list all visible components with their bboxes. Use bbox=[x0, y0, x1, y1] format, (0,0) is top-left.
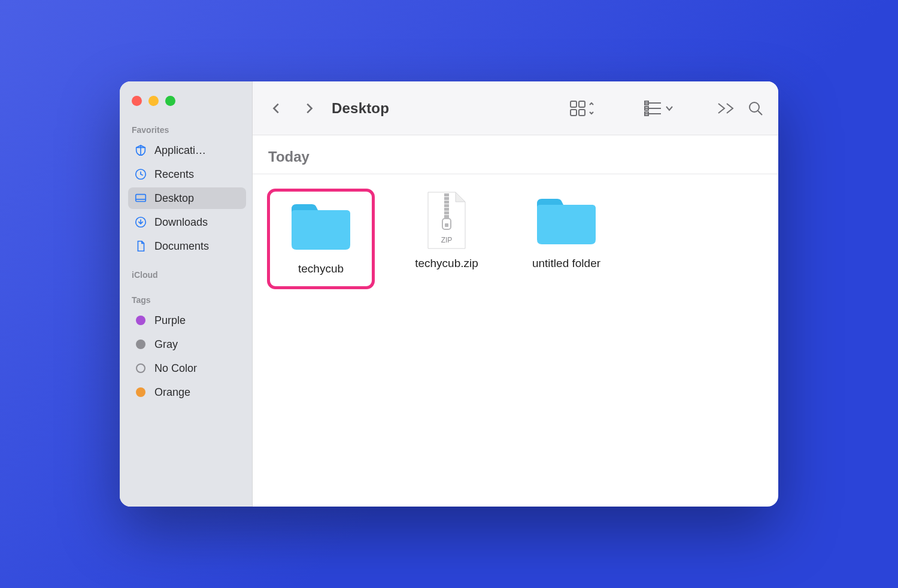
svg-point-13 bbox=[750, 102, 759, 112]
tag-dot-icon bbox=[134, 338, 147, 351]
svg-rect-21 bbox=[444, 215, 449, 218]
folder-icon bbox=[288, 199, 354, 253]
svg-rect-1 bbox=[136, 195, 146, 202]
group-by-button[interactable] bbox=[644, 101, 673, 116]
svg-rect-3 bbox=[571, 101, 577, 107]
sidebar-item-desktop[interactable]: Desktop bbox=[128, 187, 246, 209]
sidebar-item-documents[interactable]: Documents bbox=[128, 235, 246, 257]
sidebar-section-favorites-label: Favorites bbox=[128, 123, 246, 140]
sidebar-tag-gray[interactable]: Gray bbox=[128, 334, 246, 355]
svg-rect-15 bbox=[444, 193, 449, 196]
sidebar-tag-orange[interactable]: Orange bbox=[128, 381, 246, 403]
downloads-icon bbox=[134, 216, 147, 229]
tag-dot-icon bbox=[134, 314, 147, 327]
svg-rect-6 bbox=[579, 110, 585, 116]
svg-line-14 bbox=[758, 111, 762, 115]
sidebar-tag-nocolor[interactable]: No Color bbox=[128, 357, 246, 379]
sidebar-item-label: Purple bbox=[154, 314, 186, 327]
file-item-techycub-zip[interactable]: ZIP techycub.zip bbox=[399, 189, 494, 275]
tag-dot-icon bbox=[134, 386, 147, 399]
recents-icon bbox=[134, 168, 147, 181]
sidebar-item-label: Documents bbox=[154, 240, 209, 253]
file-label: techycub.zip bbox=[415, 257, 478, 270]
sidebar-item-label: Applicati… bbox=[154, 144, 206, 157]
sidebar-item-label: Orange bbox=[154, 386, 190, 399]
minimize-window-button[interactable] bbox=[148, 96, 159, 106]
zip-file-icon: ZIP bbox=[414, 193, 480, 247]
sidebar-item-downloads[interactable]: Downloads bbox=[128, 211, 246, 233]
view-mode-button[interactable] bbox=[570, 101, 594, 116]
sidebar-item-label: No Color bbox=[154, 362, 197, 375]
sidebar-item-label: Downloads bbox=[154, 216, 208, 229]
more-toolbar-button[interactable] bbox=[717, 102, 734, 114]
back-button[interactable] bbox=[267, 99, 286, 118]
sidebar-item-label: Recents bbox=[154, 168, 194, 181]
desktop-icon bbox=[134, 192, 147, 205]
svg-text:ZIP: ZIP bbox=[441, 236, 453, 244]
main-panel: Desktop Today bbox=[253, 81, 778, 507]
forward-button[interactable] bbox=[299, 99, 318, 118]
file-item-techycub[interactable]: techycub bbox=[267, 189, 375, 289]
folder-icon bbox=[533, 193, 599, 247]
sidebar-section-icloud-label: iCloud bbox=[128, 268, 246, 284]
titlebar: Desktop bbox=[253, 81, 778, 135]
finder-window: Favorites Applicati… Recents Desktop Dow… bbox=[120, 81, 778, 507]
sidebar-item-label: Desktop bbox=[154, 192, 194, 205]
search-button[interactable] bbox=[747, 100, 764, 117]
svg-rect-19 bbox=[444, 208, 449, 211]
file-item-untitled-folder[interactable]: untitled folder bbox=[518, 189, 614, 275]
zoom-window-button[interactable] bbox=[165, 96, 175, 106]
svg-rect-16 bbox=[444, 197, 449, 200]
sidebar-section-tags-label: Tags bbox=[128, 293, 246, 310]
file-grid: techycub ZI bbox=[253, 174, 778, 304]
svg-rect-20 bbox=[444, 211, 449, 214]
svg-rect-4 bbox=[579, 101, 585, 107]
file-label: techycub bbox=[298, 262, 344, 275]
close-window-button[interactable] bbox=[132, 96, 142, 106]
tag-dot-icon bbox=[134, 362, 147, 375]
sidebar-tag-purple[interactable]: Purple bbox=[128, 310, 246, 331]
sidebar-item-label: Gray bbox=[154, 338, 178, 351]
svg-rect-5 bbox=[571, 110, 577, 116]
svg-rect-17 bbox=[444, 201, 449, 204]
svg-rect-18 bbox=[444, 204, 449, 207]
section-header-today: Today bbox=[253, 135, 778, 174]
window-controls bbox=[128, 96, 246, 106]
sidebar: Favorites Applicati… Recents Desktop Dow… bbox=[120, 81, 253, 507]
sidebar-item-applications[interactable]: Applicati… bbox=[128, 140, 246, 161]
window-title: Desktop bbox=[332, 100, 389, 117]
file-label: untitled folder bbox=[532, 257, 600, 270]
sidebar-item-recents[interactable]: Recents bbox=[128, 163, 246, 185]
documents-icon bbox=[134, 240, 147, 253]
applications-icon bbox=[134, 144, 147, 157]
svg-rect-23 bbox=[445, 223, 448, 227]
